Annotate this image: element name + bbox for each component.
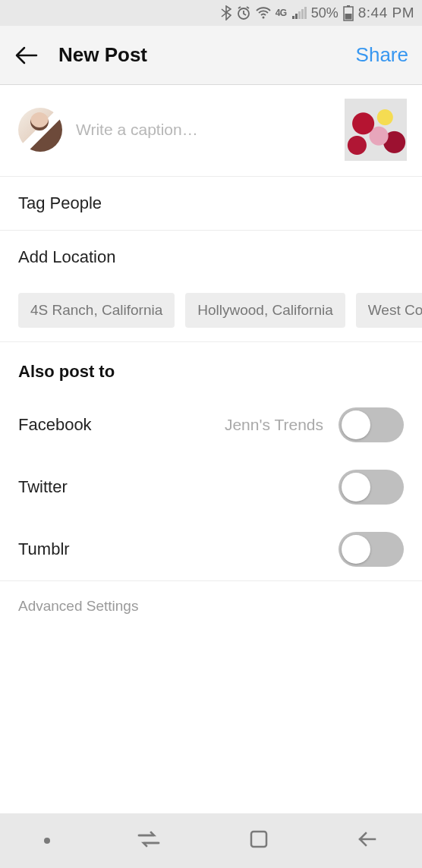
- arrow-left-icon: [14, 42, 39, 68]
- bluetooth-icon: [221, 5, 231, 20]
- back-nav-icon: [357, 830, 378, 848]
- svg-rect-6: [304, 7, 307, 19]
- page-title: New Post: [48, 43, 356, 67]
- toggle-tumblr[interactable]: [339, 532, 404, 567]
- svg-point-1: [262, 17, 264, 19]
- recents-button[interactable]: [137, 831, 160, 851]
- battery-percentage: 50%: [311, 5, 339, 21]
- alarm-icon: [236, 5, 251, 20]
- wifi-icon: [256, 7, 271, 19]
- battery-icon: [343, 5, 354, 21]
- add-location-row[interactable]: Add Location: [0, 231, 422, 284]
- recents-icon: [137, 831, 160, 848]
- share-button[interactable]: Share: [356, 43, 408, 67]
- share-row-twitter: Twitter: [0, 456, 422, 518]
- share-row-facebook: Facebook Jenn's Trends: [0, 394, 422, 456]
- svg-rect-4: [298, 11, 301, 19]
- toggle-twitter[interactable]: [339, 470, 404, 505]
- location-chip[interactable]: Hollywood, California: [185, 293, 345, 328]
- signal-icon: [291, 7, 307, 19]
- svg-rect-10: [251, 832, 266, 847]
- share-account: Jenn's Trends: [225, 416, 323, 434]
- status-bar: 4G 50% 8:44 PM: [0, 0, 422, 26]
- toggle-facebook[interactable]: [339, 407, 404, 442]
- location-suggestions: 4S Ranch, California Hollywood, Californ…: [0, 284, 422, 342]
- also-post-header: Also post to: [0, 342, 422, 394]
- post-thumbnail[interactable]: [345, 99, 407, 161]
- back-nav-button[interactable]: [357, 830, 378, 851]
- home-icon: [248, 829, 269, 850]
- caption-row: [0, 85, 422, 177]
- nav-dot-icon: [44, 838, 50, 844]
- location-chip[interactable]: West Coast M: [356, 293, 422, 328]
- empty-space: [0, 631, 422, 844]
- home-button[interactable]: [248, 829, 269, 853]
- share-name: Facebook: [18, 415, 225, 435]
- back-button[interactable]: [14, 42, 48, 68]
- system-navbar: [0, 813, 422, 868]
- caption-input[interactable]: [76, 121, 331, 139]
- svg-rect-9: [345, 14, 351, 20]
- header: New Post Share: [0, 26, 422, 85]
- share-row-tumblr: Tumblr: [0, 518, 422, 580]
- svg-rect-5: [301, 9, 304, 19]
- svg-rect-8: [347, 5, 350, 7]
- location-chip[interactable]: 4S Ranch, California: [18, 293, 175, 328]
- tag-people-row[interactable]: Tag People: [0, 177, 422, 231]
- share-name: Twitter: [18, 477, 339, 497]
- share-name: Tumblr: [18, 539, 339, 559]
- clock-time: 8:44 PM: [358, 5, 414, 21]
- svg-rect-2: [292, 16, 294, 19]
- advanced-settings[interactable]: Advanced Settings: [0, 580, 422, 631]
- svg-rect-3: [295, 14, 298, 19]
- network-4g-icon: 4G: [276, 8, 287, 18]
- avatar: [18, 108, 62, 152]
